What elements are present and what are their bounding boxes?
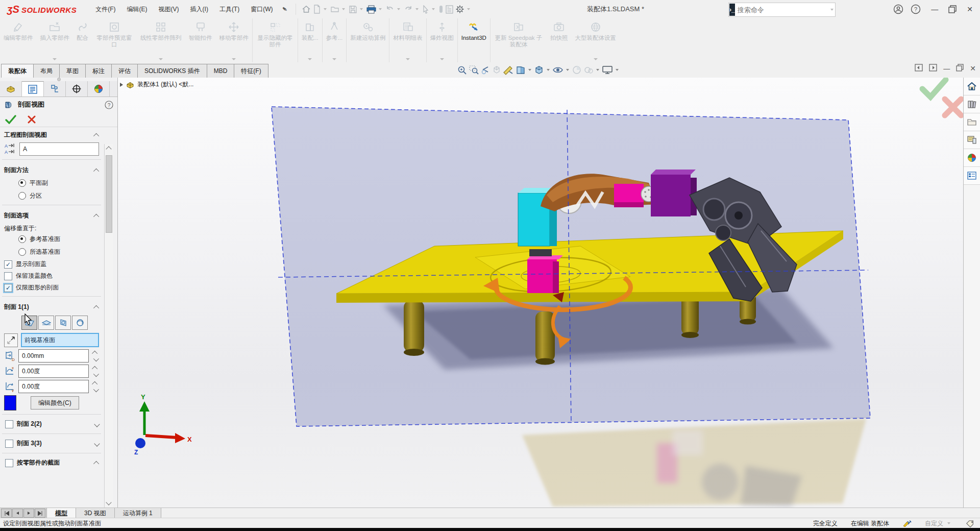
panel-scrollbar[interactable] (104, 144, 113, 508)
flyout-feature-tree[interactable]: 装配体1 (默认) <默... (120, 80, 193, 89)
tab-3d-views[interactable]: 3D 视图 (76, 508, 115, 518)
right-plane-button[interactable] (55, 316, 71, 330)
doc-minimize-icon[interactable]: — (943, 65, 950, 73)
reference-geometry-caret[interactable] (332, 58, 336, 60)
checkbox[interactable]: ✓ (4, 284, 12, 292)
section2-row[interactable]: 剖面 2(2) (0, 417, 103, 431)
apply-scene-book-icon[interactable] (516, 65, 526, 75)
checkbox[interactable] (5, 440, 13, 448)
save-caret[interactable] (360, 8, 363, 10)
expand-tree-icon[interactable] (120, 83, 123, 87)
ribbon-show-hidden[interactable]: 显示隐藏的零部件 (252, 18, 298, 62)
reverse-direction-button[interactable] (4, 333, 18, 347)
tab-evaluate[interactable]: 评估 (111, 64, 138, 78)
print-icon[interactable] (366, 4, 377, 15)
tab-feature-tree[interactable] (0, 81, 22, 96)
next-tab-button[interactable] (23, 509, 34, 518)
ribbon-exploded-view[interactable]: 爆炸视图 (426, 18, 457, 62)
home-icon[interactable] (301, 4, 311, 15)
redo-caret[interactable] (415, 8, 419, 10)
apply-scene-icon[interactable] (583, 65, 594, 75)
save-icon[interactable] (348, 4, 358, 15)
radio-button[interactable] (18, 235, 26, 243)
section-caret[interactable] (528, 69, 531, 71)
hide-show-caret[interactable] (566, 69, 569, 71)
taskpane-design-library[interactable] (964, 95, 980, 113)
custom-caret[interactable] (947, 522, 950, 524)
rotate-view-icon[interactable] (492, 65, 501, 75)
doc-restore-icon[interactable] (956, 64, 964, 73)
radio-button[interactable] (18, 248, 26, 256)
rotation-y-input[interactable]: 0.00度 (18, 380, 89, 393)
checkbox-keep-cap-color[interactable]: 保留顶盖颜色 (0, 270, 103, 282)
move-component-caret[interactable] (232, 58, 236, 60)
menu-view[interactable]: 视图(V) (153, 3, 185, 16)
group-section1[interactable]: 剖面 1(1) (0, 299, 103, 313)
confirmation-corner[interactable] (922, 80, 961, 115)
help-icon[interactable]: ? (911, 4, 921, 14)
ribbon-assembly-features[interactable]: 装配... (298, 18, 322, 62)
collapse-chevron-icon[interactable] (93, 461, 99, 466)
tab-sketch[interactable]: 草图 (59, 64, 86, 78)
previous-view-icon[interactable] (480, 65, 491, 75)
view-settings-caret[interactable] (616, 69, 619, 71)
minimize-button[interactable]: — (928, 5, 941, 13)
tag-icon[interactable] (966, 520, 975, 527)
exploded-view-caret[interactable] (440, 58, 444, 60)
tab-markup[interactable]: 标注 (85, 64, 112, 78)
bom-caret[interactable] (406, 58, 410, 60)
offset-spinner[interactable] (92, 351, 99, 361)
ribbon-component-preview[interactable]: 零部件预览窗口 (92, 18, 137, 62)
confirm-cancel-icon[interactable] (945, 99, 961, 115)
panel-help-icon[interactable]: ? (105, 101, 113, 109)
radio-reference-plane[interactable]: 参考基准面 (0, 233, 103, 246)
tab-property-manager[interactable] (22, 81, 44, 96)
menu-insert[interactable]: 插入(I) (185, 3, 214, 16)
ribbon-new-motion-study[interactable]: 新建运动算例 (346, 18, 389, 62)
checkbox[interactable] (5, 420, 13, 428)
group-drawing-section-view[interactable]: 工程图剖面视图 (0, 127, 103, 141)
section-tool-icon[interactable] (503, 65, 514, 75)
flip-section-button[interactable] (72, 316, 88, 330)
ok-check-icon[interactable] (5, 115, 16, 124)
tab-addins[interactable]: SOLIDWORKS 插件 (137, 64, 207, 78)
radio-planar[interactable]: 平面副 (0, 177, 103, 189)
section-name-input[interactable]: A (19, 142, 99, 156)
restore-button[interactable] (948, 5, 957, 13)
checkbox[interactable] (5, 459, 13, 467)
expand-chevron-icon[interactable] (94, 421, 100, 427)
scroll-thumb[interactable] (106, 155, 112, 233)
ribbon-bom[interactable]: 材料明细表 (389, 18, 426, 62)
menu-window[interactable]: 窗口(W) (245, 3, 278, 16)
edit-color-button[interactable]: 编辑颜色(C) (31, 396, 79, 409)
checkbox-graphics-only-section[interactable]: ✓仅限图形的剖面 (0, 282, 103, 294)
rotation-x-input[interactable]: 0.00度 (18, 365, 89, 378)
taskpane-view-palette[interactable] (964, 131, 980, 149)
gear-caret[interactable] (467, 8, 470, 10)
tab-dimxpert-manager[interactable] (66, 81, 88, 96)
open-caret[interactable] (342, 8, 345, 10)
open-icon[interactable] (330, 4, 340, 14)
reference-plane-input[interactable]: 前视基准面 (21, 333, 99, 347)
ribbon-mate[interactable]: 配合 (73, 18, 92, 62)
hide-show-items-icon[interactable] (552, 65, 564, 75)
tab-configuration-manager[interactable] (44, 81, 66, 96)
group-section-method[interactable]: 剖面方法 (0, 162, 103, 177)
tab-display-manager[interactable] (88, 81, 110, 96)
pin-menu-icon[interactable]: ✒ (280, 4, 289, 14)
cancel-x-icon[interactable] (28, 115, 36, 124)
ribbon-insert-component[interactable]: 插入零部件 (37, 18, 74, 62)
close-button[interactable]: ✕ (964, 5, 976, 13)
tab-mbd[interactable]: MBD (207, 64, 235, 78)
edit-appearance-icon[interactable] (572, 65, 582, 75)
status-custom-dropdown[interactable]: 自定义 (925, 519, 952, 528)
tab-features[interactable]: 特征(F) (234, 64, 268, 78)
previous-window-icon[interactable] (915, 64, 923, 73)
redo-icon[interactable] (403, 4, 413, 14)
gear-icon[interactable] (455, 4, 465, 15)
ribbon-move-component[interactable]: 移动零部件 (216, 18, 253, 62)
view-settings-icon[interactable] (602, 65, 613, 75)
section3-row[interactable]: 剖面 3(3) (0, 437, 103, 450)
zoom-fit-icon[interactable] (457, 65, 467, 75)
taskpane-custom-properties[interactable] (964, 167, 980, 185)
